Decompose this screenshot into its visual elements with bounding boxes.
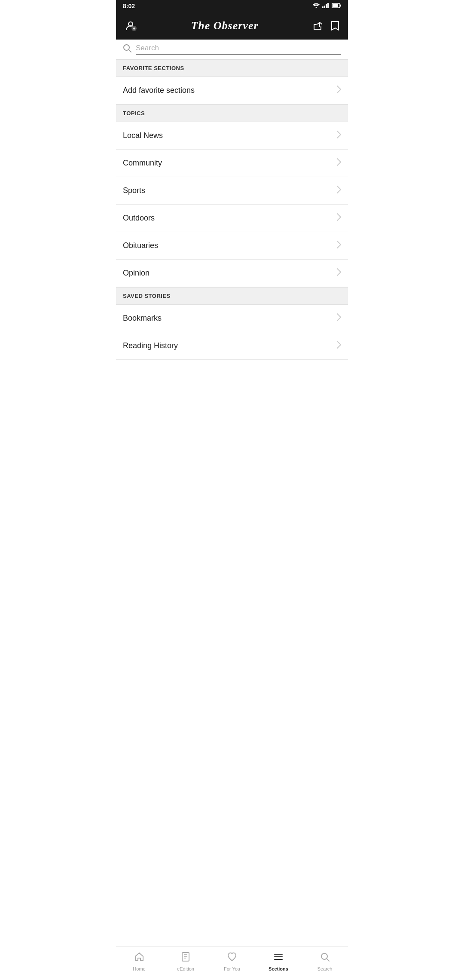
svg-line-21 — [327, 959, 330, 962]
content-area: FAVORITE SECTIONS Add favorite sections … — [116, 59, 348, 394]
topics-header: TOPICS — [116, 104, 348, 122]
local-news-item[interactable]: Local News — [116, 122, 348, 150]
obituaries-item[interactable]: Obituaries — [116, 232, 348, 260]
sections-icon — [273, 952, 284, 965]
bookmarks-item[interactable]: Bookmarks — [116, 305, 348, 332]
svg-rect-13 — [182, 952, 189, 961]
eedition-icon — [180, 952, 191, 965]
outdoors-item[interactable]: Outdoors — [116, 205, 348, 232]
search-bar — [116, 40, 348, 59]
search-nav-icon — [320, 952, 330, 965]
bookmark-button[interactable] — [329, 19, 341, 33]
svg-line-12 — [129, 50, 131, 52]
chevron-right-icon-add-favorites — [337, 86, 341, 95]
chevron-right-icon-outdoors — [337, 213, 341, 223]
header-actions — [311, 19, 341, 33]
bookmarks-label: Bookmarks — [123, 314, 162, 323]
app-header: The Observer — [116, 12, 348, 40]
nav-search-label: Search — [317, 966, 333, 971]
opinion-label: Opinion — [123, 269, 150, 278]
chevron-right-icon-sports — [337, 186, 341, 196]
search-magnifier-icon — [123, 44, 131, 55]
nav-search[interactable]: Search — [302, 950, 348, 973]
sports-item[interactable]: Sports — [116, 177, 348, 205]
favorite-sections-header: FAVORITE SECTIONS — [116, 59, 348, 77]
reading-history-label: Reading History — [123, 341, 178, 350]
opinion-item[interactable]: Opinion — [116, 260, 348, 287]
svg-rect-3 — [327, 3, 329, 8]
nav-home[interactable]: Home — [116, 950, 162, 973]
battery-icon — [332, 3, 341, 9]
signal-icon — [322, 3, 329, 9]
foryou-icon — [227, 952, 237, 965]
svg-rect-0 — [322, 6, 324, 8]
profile-button[interactable] — [123, 18, 138, 34]
logo-title: The Observer — [191, 20, 258, 31]
nav-sections[interactable]: Sections — [255, 950, 302, 973]
nav-home-label: Home — [133, 966, 145, 971]
nav-sections-label: Sections — [269, 966, 288, 971]
header-logo: The Observer — [138, 20, 311, 31]
chevron-right-icon-bookmarks — [337, 313, 341, 323]
community-item[interactable]: Community — [116, 150, 348, 177]
svg-rect-2 — [326, 4, 327, 8]
nav-eedition-label: eEdition — [177, 966, 194, 971]
add-favorite-sections-label: Add favorite sections — [123, 86, 195, 95]
chevron-right-icon-opinion — [337, 268, 341, 278]
community-label: Community — [123, 159, 162, 168]
chevron-right-icon-reading-history — [337, 341, 341, 351]
status-icons — [313, 3, 341, 9]
wifi-icon — [313, 3, 320, 9]
bottom-navigation: Home eEdition For You S — [116, 946, 348, 980]
nav-foryou-label: For You — [224, 966, 240, 971]
chevron-right-icon-community — [337, 158, 341, 168]
saved-stories-header: SAVED STORIES — [116, 287, 348, 305]
header-left — [123, 18, 138, 34]
status-bar: 8:02 — [116, 0, 348, 12]
obituaries-label: Obituaries — [123, 241, 158, 250]
nav-foryou[interactable]: For You — [209, 950, 255, 973]
reading-history-item[interactable]: Reading History — [116, 332, 348, 360]
outdoors-label: Outdoors — [123, 214, 155, 223]
status-time: 8:02 — [123, 3, 135, 9]
share-button[interactable] — [311, 19, 324, 32]
svg-rect-6 — [333, 4, 338, 7]
nav-eedition[interactable]: eEdition — [162, 950, 209, 973]
add-favorite-sections-item[interactable]: Add favorite sections — [116, 77, 348, 104]
search-input[interactable] — [136, 44, 341, 55]
home-icon — [134, 952, 144, 965]
svg-rect-5 — [340, 4, 341, 6]
chevron-right-icon-obituaries — [337, 241, 341, 251]
svg-rect-1 — [324, 6, 325, 8]
chevron-right-icon-local-news — [337, 131, 341, 141]
sports-label: Sports — [123, 186, 145, 195]
local-news-label: Local News — [123, 131, 163, 140]
